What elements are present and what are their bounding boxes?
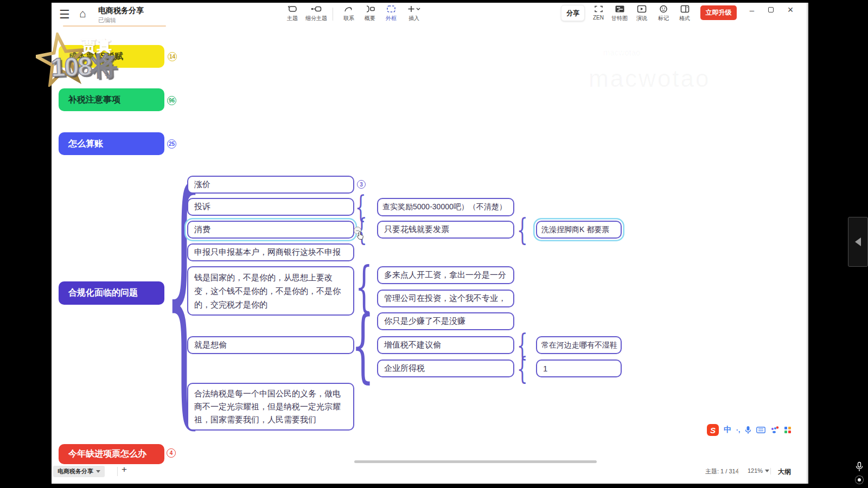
sheet-tab[interactable]: 电商税务分享 xyxy=(53,466,105,477)
node-reward[interactable]: 查实奖励5000-30000吧）（不清楚） xyxy=(377,198,514,216)
format-button[interactable]: 格式 xyxy=(672,5,697,24)
node-consumption[interactable]: 消费 xyxy=(187,221,354,239)
chevron-down-icon xyxy=(96,470,100,473)
boundary-icon xyxy=(386,5,396,13)
topic-how-to-account[interactable]: 怎么算账 xyxy=(59,132,164,155)
topic-badge[interactable]: 14 xyxy=(168,52,177,61)
relation-icon xyxy=(344,5,354,13)
topic-missing-input-invoices[interactable]: 今年缺进项票怎么办 xyxy=(59,444,164,464)
keyboard-icon[interactable] xyxy=(756,427,765,433)
chinese-mode-icon[interactable]: 中 xyxy=(724,425,731,435)
menu-icon[interactable]: ☰ xyxy=(59,8,70,22)
topic-badge[interactable]: 25 xyxy=(167,139,176,149)
toolbar-divider xyxy=(333,8,333,21)
hand-cursor-icon xyxy=(356,231,364,242)
node-money-belongs-to-state[interactable]: 钱是国家的，不是你的，从思想上要改变，这个钱不是你的，不是你的，不是你的，交完税… xyxy=(187,266,354,316)
node-declare-basic-account[interactable]: 申报只申报基本户，网商银行这块不申报 xyxy=(187,243,354,261)
recorder-mic-icon[interactable] xyxy=(855,461,864,474)
share-button[interactable]: 分享 xyxy=(561,5,585,21)
sogou-logo-icon[interactable]: S xyxy=(707,424,719,436)
chevron-down-icon xyxy=(765,470,769,472)
paw-icon[interactable] xyxy=(770,426,779,434)
gantt-button[interactable]: 甘特图 xyxy=(607,5,632,24)
node-earn-less-not-none[interactable]: 你只是少赚了不是没赚 xyxy=(377,312,514,330)
topic-cost-vs-tax[interactable]: 成本票VS税赋 xyxy=(59,45,164,68)
topic-badge[interactable]: 96 xyxy=(167,96,176,105)
node-pay-more-salaries[interactable]: 多来点人开工资，拿出一分是一分 xyxy=(377,266,514,284)
minimize-button[interactable]: – xyxy=(744,3,760,16)
ime-toolbar: S 中 ·, xyxy=(707,423,792,437)
node-vat-not-recommended[interactable]: 增值税不建议偷 xyxy=(377,336,514,354)
node-bath-invoice[interactable]: 洗澡捏脚商K 都要票 xyxy=(536,221,622,239)
restore-button[interactable] xyxy=(763,3,778,16)
record-button[interactable] xyxy=(855,476,864,484)
gantt-icon xyxy=(615,5,625,13)
horizontal-scrollbar[interactable] xyxy=(354,460,597,463)
add-sheet-button[interactable]: + xyxy=(122,464,127,475)
collapsed-panel-tab[interactable] xyxy=(848,217,868,267)
node-price-increase[interactable]: 涨价 xyxy=(187,176,354,194)
document-title: 电商税务分享 xyxy=(98,6,144,16)
insert-icon xyxy=(407,5,421,13)
node-invoice-when-spend[interactable]: 只要花钱就要发票 xyxy=(377,221,514,239)
node-lawful-tax-duty[interactable]: 合法纳税是每一个中国公民的义务，做电商不一定光宗耀祖，但是纳税一定光宗耀祖，国家… xyxy=(187,383,354,431)
restore-icon xyxy=(768,7,774,12)
summary-icon xyxy=(365,5,375,13)
topic-counter: 主题: 1 / 314 xyxy=(705,467,739,476)
present-icon xyxy=(637,5,647,13)
topic-badge[interactable]: 4 xyxy=(167,448,176,458)
node-complaint[interactable]: 投诉 xyxy=(187,198,354,216)
app-window xyxy=(52,3,807,484)
boundary-button[interactable]: 外框 xyxy=(379,5,404,24)
home-icon[interactable]: ⌂ xyxy=(79,7,86,20)
record-dot xyxy=(858,478,861,481)
title-underline xyxy=(63,25,166,27)
node-corporate-income-tax[interactable]: 企业所得税 xyxy=(377,359,514,377)
zen-icon xyxy=(594,5,603,13)
footer-divider xyxy=(738,468,738,474)
format-icon xyxy=(680,5,690,13)
node-river-wet-shoes[interactable]: 常在河边走哪有不湿鞋 xyxy=(536,336,622,354)
footer-divider xyxy=(117,467,118,476)
zoom-control[interactable]: 121% xyxy=(748,467,769,474)
mark-icon xyxy=(659,5,668,13)
punctuation-icon[interactable]: ·, xyxy=(736,426,740,434)
grid-icon[interactable] xyxy=(784,426,792,434)
arrow-left-icon xyxy=(855,237,861,246)
screen: ☰ ⌂ 电商税务分享 已编辑 主题 细分主题 联系 概要 外框 插入 分享 ZE… xyxy=(0,0,868,488)
subtopic-icon xyxy=(311,5,322,13)
insert-button[interactable]: 插入 xyxy=(401,5,426,24)
window-edge xyxy=(807,3,808,484)
topic-icon xyxy=(288,5,297,13)
outline-button[interactable]: 大纲 xyxy=(778,467,791,477)
node-want-to-evade[interactable]: 就是想偷 xyxy=(187,336,354,354)
topic-tax-supplement-notes[interactable]: 补税注意事项 xyxy=(59,88,164,111)
close-button[interactable]: × xyxy=(783,3,798,16)
topic-compliance-problems[interactable]: 合规化面临的问题 xyxy=(59,281,164,305)
node-badge[interactable]: 3 xyxy=(357,180,366,189)
microphone-icon[interactable] xyxy=(745,426,751,434)
subtopic-button[interactable]: 细分主题 xyxy=(304,5,329,24)
upgrade-button[interactable]: 立即升级 xyxy=(700,5,737,20)
footer-divider xyxy=(770,468,771,474)
node-one[interactable]: 1 xyxy=(536,359,622,377)
document-status: 已编辑 xyxy=(98,16,116,24)
node-company-investment[interactable]: 管理公司在投资，这个我不专业， xyxy=(377,290,514,307)
topic-button[interactable]: 主题 xyxy=(280,5,305,24)
